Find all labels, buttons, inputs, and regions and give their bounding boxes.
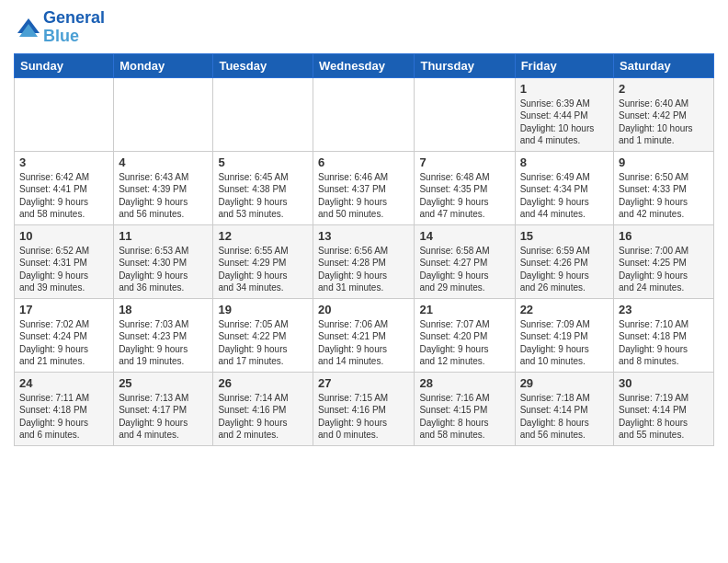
day-number: 11	[119, 229, 208, 243]
calendar-cell: 13Sunrise: 6:56 AM Sunset: 4:28 PM Dayli…	[313, 224, 415, 298]
day-number: 20	[318, 303, 409, 316]
calendar-cell: 19Sunrise: 7:05 AM Sunset: 4:22 PM Dayli…	[213, 298, 313, 372]
day-number: 4	[119, 155, 208, 169]
day-info: Sunrise: 7:10 AM Sunset: 4:18 PM Dayligh…	[619, 318, 709, 368]
calendar-table: SundayMondayTuesdayWednesdayThursdayFrid…	[14, 53, 714, 446]
day-number: 7	[419, 155, 509, 169]
calendar-week-1: 1Sunrise: 6:39 AM Sunset: 4:44 PM Daylig…	[15, 77, 714, 151]
day-info: Sunrise: 7:11 AM Sunset: 4:18 PM Dayligh…	[19, 392, 108, 442]
weekday-header-friday: Friday	[515, 53, 613, 77]
day-number: 29	[520, 376, 609, 390]
day-info: Sunrise: 6:45 AM Sunset: 4:38 PM Dayligh…	[218, 171, 308, 221]
calendar-header: SundayMondayTuesdayWednesdayThursdayFrid…	[15, 53, 714, 77]
day-number: 15	[520, 229, 609, 243]
day-number: 8	[520, 155, 609, 169]
day-info: Sunrise: 6:58 AM Sunset: 4:27 PM Dayligh…	[419, 245, 509, 294]
day-info: Sunrise: 7:03 AM Sunset: 4:23 PM Dayligh…	[119, 318, 208, 368]
calendar-cell: 29Sunrise: 7:18 AM Sunset: 4:14 PM Dayli…	[515, 372, 613, 445]
day-number: 6	[318, 155, 409, 169]
weekday-header-saturday: Saturday	[614, 53, 714, 77]
calendar-cell: 22Sunrise: 7:09 AM Sunset: 4:19 PM Dayli…	[515, 298, 613, 372]
day-info: Sunrise: 7:09 AM Sunset: 4:19 PM Dayligh…	[520, 318, 609, 368]
calendar-cell	[114, 77, 213, 151]
calendar-cell: 25Sunrise: 7:13 AM Sunset: 4:17 PM Dayli…	[114, 372, 213, 445]
day-info: Sunrise: 6:56 AM Sunset: 4:28 PM Dayligh…	[318, 245, 409, 294]
calendar-cell: 28Sunrise: 7:16 AM Sunset: 4:15 PM Dayli…	[415, 372, 515, 445]
calendar-cell: 8Sunrise: 6:49 AM Sunset: 4:34 PM Daylig…	[515, 151, 613, 224]
day-info: Sunrise: 7:16 AM Sunset: 4:15 PM Dayligh…	[419, 392, 509, 442]
day-info: Sunrise: 7:13 AM Sunset: 4:17 PM Dayligh…	[119, 392, 208, 442]
day-info: Sunrise: 6:46 AM Sunset: 4:37 PM Dayligh…	[318, 171, 409, 221]
day-info: Sunrise: 6:55 AM Sunset: 4:29 PM Dayligh…	[218, 245, 308, 294]
calendar-week-3: 10Sunrise: 6:52 AM Sunset: 4:31 PM Dayli…	[15, 224, 714, 298]
day-number: 17	[19, 303, 108, 316]
day-number: 1	[520, 82, 609, 96]
day-info: Sunrise: 6:50 AM Sunset: 4:33 PM Dayligh…	[619, 171, 709, 221]
calendar-body: 1Sunrise: 6:39 AM Sunset: 4:44 PM Daylig…	[15, 77, 714, 445]
calendar-cell: 11Sunrise: 6:53 AM Sunset: 4:30 PM Dayli…	[114, 224, 213, 298]
calendar-cell: 7Sunrise: 6:48 AM Sunset: 4:35 PM Daylig…	[415, 151, 515, 224]
day-info: Sunrise: 7:18 AM Sunset: 4:14 PM Dayligh…	[520, 392, 609, 442]
day-number: 25	[119, 376, 208, 390]
day-number: 21	[419, 303, 509, 316]
day-info: Sunrise: 7:05 AM Sunset: 4:22 PM Dayligh…	[218, 318, 308, 368]
calendar-week-2: 3Sunrise: 6:42 AM Sunset: 4:41 PM Daylig…	[15, 151, 714, 224]
calendar-cell: 27Sunrise: 7:15 AM Sunset: 4:16 PM Dayli…	[313, 372, 415, 445]
day-info: Sunrise: 7:15 AM Sunset: 4:16 PM Dayligh…	[318, 392, 409, 442]
weekday-header-sunday: Sunday	[15, 53, 114, 77]
calendar-cell: 3Sunrise: 6:42 AM Sunset: 4:41 PM Daylig…	[15, 151, 114, 224]
calendar-cell: 5Sunrise: 6:45 AM Sunset: 4:38 PM Daylig…	[213, 151, 313, 224]
day-info: Sunrise: 7:06 AM Sunset: 4:21 PM Dayligh…	[318, 318, 409, 368]
weekday-header-wednesday: Wednesday	[313, 53, 415, 77]
logo-icon	[14, 15, 40, 40]
day-number: 3	[19, 155, 108, 169]
day-info: Sunrise: 7:07 AM Sunset: 4:20 PM Dayligh…	[419, 318, 509, 368]
day-number: 13	[318, 229, 409, 243]
day-info: Sunrise: 7:14 AM Sunset: 4:16 PM Dayligh…	[218, 392, 308, 442]
calendar-cell: 6Sunrise: 6:46 AM Sunset: 4:37 PM Daylig…	[313, 151, 415, 224]
calendar-cell	[313, 77, 415, 151]
calendar-cell: 9Sunrise: 6:50 AM Sunset: 4:33 PM Daylig…	[614, 151, 714, 224]
logo: General Blue	[14, 9, 105, 46]
day-number: 22	[520, 303, 609, 316]
weekday-header-monday: Monday	[114, 53, 213, 77]
calendar-cell: 16Sunrise: 7:00 AM Sunset: 4:25 PM Dayli…	[614, 224, 714, 298]
day-info: Sunrise: 7:00 AM Sunset: 4:25 PM Dayligh…	[619, 245, 709, 294]
day-info: Sunrise: 7:19 AM Sunset: 4:14 PM Dayligh…	[619, 392, 709, 442]
day-info: Sunrise: 6:53 AM Sunset: 4:30 PM Dayligh…	[119, 245, 208, 294]
day-number: 28	[419, 376, 509, 390]
calendar-cell: 26Sunrise: 7:14 AM Sunset: 4:16 PM Dayli…	[213, 372, 313, 445]
day-number: 18	[119, 303, 208, 316]
calendar-cell: 17Sunrise: 7:02 AM Sunset: 4:24 PM Dayli…	[15, 298, 114, 372]
page-container: General Blue SundayMondayTuesdayWednesda…	[0, 0, 728, 455]
calendar-cell: 24Sunrise: 7:11 AM Sunset: 4:18 PM Dayli…	[15, 372, 114, 445]
calendar-cell: 2Sunrise: 6:40 AM Sunset: 4:42 PM Daylig…	[614, 77, 714, 151]
calendar-cell: 1Sunrise: 6:39 AM Sunset: 4:44 PM Daylig…	[515, 77, 613, 151]
day-info: Sunrise: 6:49 AM Sunset: 4:34 PM Dayligh…	[520, 171, 609, 221]
calendar-cell: 14Sunrise: 6:58 AM Sunset: 4:27 PM Dayli…	[415, 224, 515, 298]
day-number: 19	[218, 303, 308, 316]
calendar-cell: 30Sunrise: 7:19 AM Sunset: 4:14 PM Dayli…	[614, 372, 714, 445]
day-info: Sunrise: 6:43 AM Sunset: 4:39 PM Dayligh…	[119, 171, 208, 221]
calendar-week-4: 17Sunrise: 7:02 AM Sunset: 4:24 PM Dayli…	[15, 298, 714, 372]
day-number: 27	[318, 376, 409, 390]
day-info: Sunrise: 6:52 AM Sunset: 4:31 PM Dayligh…	[19, 245, 108, 294]
logo-text: General Blue	[43, 9, 105, 46]
weekday-header-tuesday: Tuesday	[213, 53, 313, 77]
calendar-cell	[213, 77, 313, 151]
day-number: 12	[218, 229, 308, 243]
day-number: 24	[19, 376, 108, 390]
calendar-cell: 20Sunrise: 7:06 AM Sunset: 4:21 PM Dayli…	[313, 298, 415, 372]
day-number: 5	[218, 155, 308, 169]
day-info: Sunrise: 6:48 AM Sunset: 4:35 PM Dayligh…	[419, 171, 509, 221]
calendar-cell: 23Sunrise: 7:10 AM Sunset: 4:18 PM Dayli…	[614, 298, 714, 372]
calendar-cell: 15Sunrise: 6:59 AM Sunset: 4:26 PM Dayli…	[515, 224, 613, 298]
calendar-cell: 4Sunrise: 6:43 AM Sunset: 4:39 PM Daylig…	[114, 151, 213, 224]
day-number: 2	[619, 82, 709, 96]
day-info: Sunrise: 6:42 AM Sunset: 4:41 PM Dayligh…	[19, 171, 108, 221]
calendar-cell: 12Sunrise: 6:55 AM Sunset: 4:29 PM Dayli…	[213, 224, 313, 298]
page-header: General Blue	[14, 9, 714, 46]
weekday-header-thursday: Thursday	[415, 53, 515, 77]
calendar-cell: 10Sunrise: 6:52 AM Sunset: 4:31 PM Dayli…	[15, 224, 114, 298]
day-number: 14	[419, 229, 509, 243]
